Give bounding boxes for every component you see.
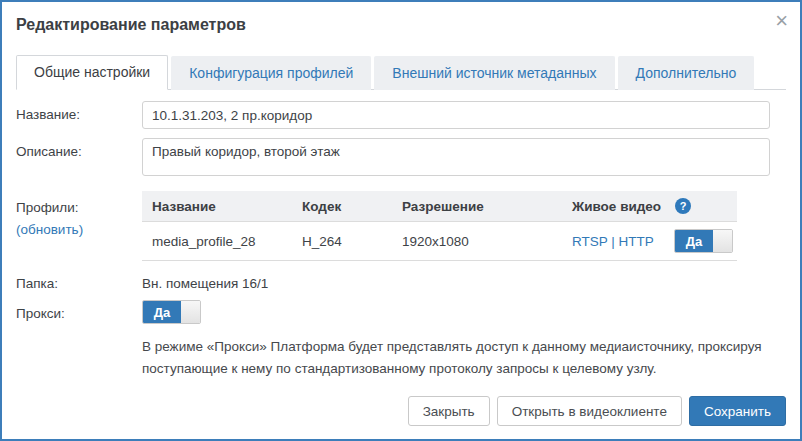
profiles-table-header: Название Кодек Разрешение Живое видео ?	[142, 191, 737, 222]
proxy-toggle[interactable]: Да	[142, 300, 201, 324]
close-icon[interactable]: ×	[775, 10, 788, 32]
profiles-label-block: Профили: (обновить)	[16, 191, 142, 261]
live-video-toggle-track	[713, 230, 732, 252]
dialog-footer: Закрыть Открыть в видеоклиенте Сохранить	[2, 396, 800, 439]
http-link[interactable]: HTTP	[619, 234, 654, 249]
header-resolution: Разрешение	[392, 191, 562, 221]
live-links-separator: |	[608, 234, 619, 249]
folder-label: Папка:	[16, 270, 142, 291]
help-icon[interactable]: ?	[675, 198, 691, 214]
cell-profile-name: media_profile_28	[142, 222, 292, 260]
proxy-toggle-label: Да	[143, 301, 181, 323]
table-row: media_profile_28 H_264 1920x1080 RTSP | …	[142, 222, 737, 261]
save-button[interactable]: Сохранить	[689, 396, 786, 426]
proxy-hint-text: В режиме «Прокси» Платформа будет предст…	[142, 336, 786, 381]
cell-resolution: 1920x1080	[392, 222, 562, 260]
rtsp-link[interactable]: RTSP	[572, 234, 608, 249]
proxy-toggle-track	[181, 301, 200, 323]
folder-row: Папка: Вн. помещения 16/1	[16, 270, 786, 291]
tab-profile-configuration[interactable]: Конфигурация профилей	[171, 56, 371, 90]
header-live-video: Живое видео ?	[562, 191, 737, 221]
name-label: Название:	[16, 101, 142, 129]
name-row: Название:	[16, 101, 786, 129]
profiles-table: Название Кодек Разрешение Живое видео ? …	[142, 191, 737, 261]
profiles-row: Профили: (обновить) Название Кодек Разре…	[16, 191, 786, 261]
close-button[interactable]: Закрыть	[408, 396, 490, 426]
header-name: Название	[142, 191, 292, 221]
proxy-label: Прокси:	[16, 300, 142, 324]
dialog-body: Название: Описание: Правый коридор, втор…	[2, 90, 800, 381]
live-links: RTSP | HTTP	[572, 234, 654, 249]
tab-external-metadata-source[interactable]: Внешний источник метаданных	[374, 56, 614, 90]
dialog-title: Редактирование параметров	[16, 16, 786, 34]
open-in-video-client-button[interactable]: Открыть в видеоклиенте	[497, 396, 682, 426]
description-textarea[interactable]: Правый коридор, второй этаж	[142, 138, 770, 176]
profiles-refresh-link[interactable]: (обновить)	[16, 222, 83, 237]
edit-parameters-dialog: Редактирование параметров × Общие настро…	[0, 0, 802, 441]
header-codec: Кодек	[292, 191, 392, 221]
proxy-row: Прокси: Да	[16, 300, 786, 324]
description-row: Описание: Правый коридор, второй этаж	[16, 138, 786, 179]
folder-value: Вн. помещения 16/1	[142, 270, 786, 291]
tab-general-settings[interactable]: Общие настройки	[16, 55, 168, 90]
live-video-toggle[interactable]: Да	[674, 229, 733, 253]
tab-additional[interactable]: Дополнительно	[618, 56, 755, 90]
cell-codec: H_264	[292, 222, 392, 260]
description-label: Описание:	[16, 138, 142, 179]
name-input[interactable]	[142, 101, 770, 129]
profiles-label: Профили:	[16, 197, 142, 219]
live-video-toggle-label: Да	[675, 230, 713, 252]
dialog-header: Редактирование параметров ×	[2, 2, 800, 34]
cell-live-video: RTSP | HTTP Да	[562, 222, 737, 260]
tab-bar: Общие настройки Конфигурация профилей Вн…	[16, 54, 786, 90]
